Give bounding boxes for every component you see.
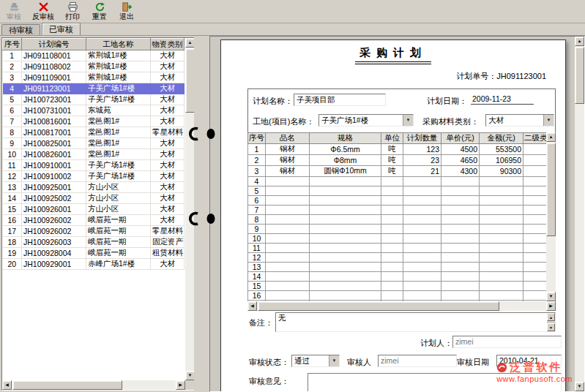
chevron-down-icon[interactable]: ▼ <box>329 355 339 366</box>
items-table-row[interactable]: 16 <box>248 291 547 301</box>
items-table-row[interactable]: 12 <box>248 253 547 263</box>
plan-list-row[interactable]: 6JH100731001东城苑大材 <box>3 105 185 116</box>
auditor-input[interactable]: zimei <box>378 355 457 367</box>
chevron-down-icon[interactable]: ▼ <box>543 115 554 126</box>
scroll-left-icon[interactable]: ◀ <box>2 380 12 390</box>
items-vscrollbar[interactable]: ▲ ▼ <box>546 132 556 301</box>
plan-list-row[interactable]: 16JH100926002峨眉苑一期大材 <box>3 215 185 226</box>
items-table-row[interactable]: 2钢材Φ8mm吨234650106950 <box>248 155 547 166</box>
items-table-row[interactable]: 10 <box>248 234 547 244</box>
plan-list-row[interactable]: 13JH100925001方山小区大材 <box>3 182 185 193</box>
scroll-down-icon[interactable]: ▼ <box>546 292 556 301</box>
reset-button[interactable]: 重置 <box>89 1 111 21</box>
scroll-left-icon[interactable]: ◀ <box>247 301 257 311</box>
remark-scrollbar[interactable]: ▲ ▼ <box>547 313 555 331</box>
plan-list-row[interactable]: 15JH100926001方山小区大材 <box>3 204 185 215</box>
audit-button[interactable]: 审核 <box>3 1 25 21</box>
scroll-right-icon[interactable]: ▶ <box>176 380 185 390</box>
vendor-url: www.fanpusoft.com <box>496 373 573 385</box>
items-table-row[interactable]: 6 <box>248 196 547 206</box>
unaudit-button-label: 反审核 <box>32 12 54 20</box>
plan-list-column-header[interactable]: 物资类别 <box>151 39 185 50</box>
exit-button-label: 退出 <box>119 12 134 20</box>
plan-list-row[interactable]: 12JH100910002子美广场1#楼大材 <box>3 171 185 182</box>
items-table-row[interactable]: 13 <box>248 263 547 272</box>
vendor-watermark: 泛普软件 www.fanpusoft.com <box>496 361 573 385</box>
tab-audited[interactable]: 已审核 <box>42 23 81 35</box>
plan-list-row[interactable]: 19JH100928004峨眉苑一期租赁材料 <box>3 248 185 259</box>
plan-list-row[interactable]: 9JH100825001棠邑阁1#大材 <box>3 138 185 149</box>
tab-pending-audit[interactable]: 待审核 <box>1 24 40 35</box>
plan-list-row[interactable]: 20JH100929001赤峰广场1#楼大材 <box>3 259 185 270</box>
plan-list-row[interactable]: 11JH100910001子美广场1#楼大材 <box>3 160 185 171</box>
print-button[interactable]: 打印 <box>62 1 83 21</box>
plan-list-row[interactable]: 2JH091108002紫荆城1#楼大材 <box>3 61 185 72</box>
plan-list-row[interactable]: 10JH100826001棠邑阁1#大材 <box>3 149 185 160</box>
plan-list-row[interactable]: 8JH100817001棠邑阁1#零星材料 <box>3 127 185 138</box>
plan-list-row[interactable]: 14JH100925002方山小区大材 <box>3 193 185 204</box>
items-table-row[interactable]: 3钢材圆钢Φ10mm吨21430090300 <box>248 166 547 177</box>
plan-list-column-header[interactable]: 序号 <box>3 39 22 50</box>
items-column-header: 金额(元) <box>480 133 523 144</box>
plan-list-row[interactable]: 4JH091123001子美广场1#楼大材 <box>3 83 185 94</box>
plan-list-row[interactable]: 1JH091108001紫荆城1#楼大材 <box>3 50 185 61</box>
plan-list-row[interactable]: 7JH100816001棠邑阁1#大材 <box>3 116 185 127</box>
scroll-up-icon[interactable]: ▲ <box>546 132 556 142</box>
planner-input[interactable]: zimei <box>452 336 562 348</box>
material-type-select[interactable]: 大材 ▼ <box>485 114 554 127</box>
chevron-down-icon[interactable]: ▼ <box>403 115 413 126</box>
items-column-header: 序号 <box>248 133 266 144</box>
plan-list-hscroll-thumb[interactable] <box>12 380 122 390</box>
items-table-wrap: 序号品名规格单位计划数量单价(元)金额(元)二级类别1钢材Φ6.5mm吨1234… <box>247 132 556 301</box>
items-hscroll-thumb[interactable] <box>258 301 499 311</box>
scroll-right-icon[interactable]: ▶ <box>546 301 556 311</box>
items-table-row[interactable]: 7 <box>248 206 547 215</box>
items-column-header: 二级类别 <box>523 133 547 144</box>
remark-box[interactable]: 无 ▲ ▼ <box>275 312 556 332</box>
reset-button-label: 重置 <box>92 12 107 20</box>
auditor-label: 审核人 <box>347 357 371 368</box>
items-table-row[interactable]: 11 <box>248 244 547 253</box>
title-underline <box>355 64 431 64</box>
audit-status-value: 通过 <box>294 355 329 366</box>
plan-list-row[interactable]: 17JH100926002峨眉苑一期零星材料 <box>3 226 185 237</box>
printer-icon <box>67 1 78 12</box>
items-table-row[interactable]: 15 <box>248 282 547 291</box>
document-panel: 采购计划 计划单号：JH091123001 计划名称： 子美项目部 计划日期： … <box>209 36 585 392</box>
print-button-label: 打印 <box>65 12 80 20</box>
audit-status-select[interactable]: 通过 ▼ <box>291 355 340 367</box>
exit-button[interactable]: 退出 <box>116 1 138 21</box>
site-select[interactable]: 子美广场1#楼 ▼ <box>318 114 414 127</box>
items-table-row[interactable]: 1钢材Φ6.5mm吨1234500553500 <box>248 144 547 155</box>
plan-list-row[interactable]: 3JH091109001紫荆城1#楼大材 <box>3 72 185 83</box>
plan-number: 计划单号：JH091123001 <box>456 71 546 82</box>
plan-list-row[interactable]: 5JH100723001子美广场1#楼大材 <box>3 94 185 105</box>
scroll-down-icon[interactable]: ▼ <box>547 323 555 331</box>
items-table-row[interactable]: 8 <box>248 215 547 225</box>
remark-input[interactable]: 无 <box>275 312 556 332</box>
scroll-up-icon[interactable]: ▲ <box>575 37 584 46</box>
plan-name-input[interactable]: 子美项目部 <box>294 94 386 106</box>
scroll-down-icon[interactable]: ▼ <box>575 382 584 391</box>
items-table-row[interactable]: 5 <box>248 186 547 196</box>
items-hscrollbar[interactable]: ◀ ▶ <box>247 301 556 311</box>
audit-date-label: 审核日期 <box>457 357 489 368</box>
plan-list-hscrollbar[interactable]: ◀ ▶ <box>2 380 185 390</box>
document-title: 采购计划 <box>221 46 565 60</box>
title-underline <box>355 61 431 62</box>
plan-date-field[interactable]: 2009-11-23 <box>471 94 534 105</box>
scroll-up-icon[interactable]: ▲ <box>547 313 555 321</box>
document-vscrollbar[interactable]: ▲ ▼ <box>575 37 584 391</box>
items-table-row[interactable]: 14 <box>248 272 547 282</box>
items-column-header: 单价(元) <box>441 133 480 144</box>
stamp-icon <box>9 1 20 12</box>
plan-list-column-header[interactable]: 工地名称 <box>86 39 151 50</box>
items-vscroll-thumb[interactable] <box>546 143 556 236</box>
plan-list-column-header[interactable]: 计划编号 <box>22 39 86 50</box>
exit-icon <box>122 1 133 12</box>
items-table-row[interactable]: 4 <box>248 177 547 186</box>
items-table-row[interactable]: 9 <box>248 225 547 234</box>
unaudit-button[interactable]: 反审核 <box>30 1 56 21</box>
document-vscroll-thumb[interactable] <box>575 47 584 104</box>
plan-list-row[interactable]: 18JH100926003峨眉苑一期固定资产 <box>3 237 185 248</box>
